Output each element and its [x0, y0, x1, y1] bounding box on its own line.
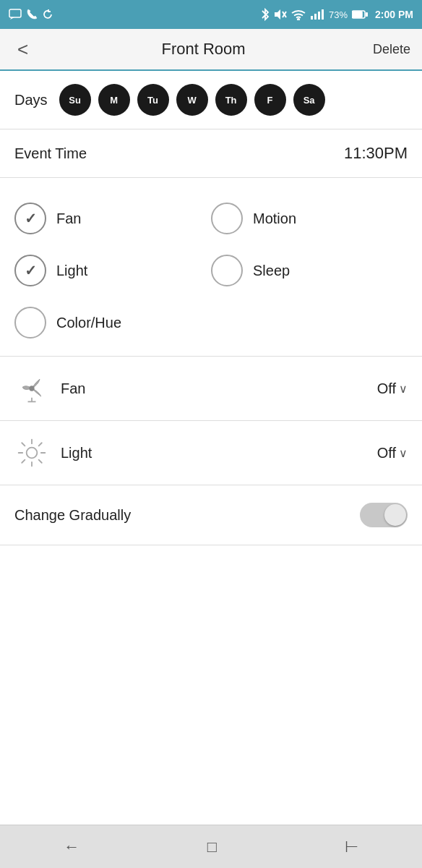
svg-rect-0: [9, 9, 21, 17]
sun-icon: [14, 437, 49, 469]
main-content: Days Su M Tu W Th F Sa Event Time 11:30P…: [0, 71, 422, 825]
checkboxes-section: Fan Motion Light Sleep Color/Hue: [0, 178, 422, 357]
day-tu[interactable]: Tu: [137, 84, 169, 116]
back-button[interactable]: <: [12, 35, 34, 64]
svg-line-23: [22, 460, 25, 463]
time-display: 2:00 PM: [375, 9, 413, 20]
day-m[interactable]: M: [98, 84, 130, 116]
checkbox-motion[interactable]: Motion: [211, 192, 408, 244]
change-gradually-toggle[interactable]: [360, 503, 408, 527]
svg-rect-8: [318, 12, 320, 20]
svg-point-5: [298, 19, 299, 20]
fan-device-name: Fan: [61, 380, 366, 397]
mute-icon: [274, 9, 287, 20]
check-circle-motion: [211, 203, 243, 234]
bottom-nav: ← □ ⊢: [0, 825, 422, 868]
change-gradually-label: Change Gradually: [14, 507, 131, 524]
checkbox-motion-label: Motion: [253, 210, 296, 227]
header: < Front Room Delete: [0, 29, 422, 71]
fan-chevron-icon: ∨: [399, 382, 408, 396]
call-icon: [26, 9, 38, 20]
svg-point-13: [30, 386, 34, 391]
page-title: Front Room: [162, 40, 246, 59]
checkbox-colorhue[interactable]: Color/Hue: [14, 297, 211, 349]
event-time-value[interactable]: 11:30PM: [344, 144, 408, 163]
fan-value-selector[interactable]: Off ∨: [377, 380, 408, 397]
light-chevron-icon: ∨: [399, 446, 408, 460]
checkbox-light-label: Light: [56, 263, 87, 279]
nav-back-button[interactable]: ←: [49, 832, 94, 862]
refresh-icon: [42, 9, 53, 20]
nav-home-button[interactable]: □: [193, 832, 231, 862]
checkbox-light[interactable]: Light: [14, 244, 211, 297]
change-gradually-row: Change Gradually: [0, 485, 422, 545]
device-row-light: Light Off ∨: [0, 421, 422, 485]
event-time-label: Event Time: [14, 145, 87, 162]
bluetooth-icon: [261, 8, 270, 21]
signal-icon: [310, 9, 324, 20]
svg-line-22: [39, 443, 42, 446]
device-row-fan: Fan Off ∨: [0, 357, 422, 421]
svg-line-20: [22, 443, 25, 446]
svg-line-21: [39, 460, 42, 463]
svg-rect-12: [366, 12, 368, 17]
wifi-icon: [291, 9, 306, 20]
status-right-icons: 73% 2:00 PM: [261, 8, 413, 21]
light-value: Off: [377, 445, 396, 461]
day-w[interactable]: W: [176, 84, 208, 116]
checkbox-fan-label: Fan: [56, 210, 81, 227]
check-circle-fan: [14, 203, 46, 234]
svg-point-24: [27, 448, 38, 459]
checkbox-sleep-label: Sleep: [253, 263, 290, 279]
fan-icon: [14, 373, 49, 404]
day-su[interactable]: Su: [59, 84, 91, 116]
check-circle-sleep: [211, 255, 243, 286]
day-sa[interactable]: Sa: [293, 84, 325, 116]
svg-marker-2: [275, 9, 280, 20]
day-f[interactable]: F: [254, 84, 286, 116]
light-value-selector[interactable]: Off ∨: [377, 445, 408, 461]
svg-rect-9: [322, 9, 324, 20]
nav-recent-button[interactable]: ⊢: [330, 832, 373, 862]
status-bar: 73% 2:00 PM: [0, 0, 422, 29]
svg-rect-11: [353, 12, 362, 17]
day-th[interactable]: Th: [215, 84, 247, 116]
fan-value: Off: [377, 380, 396, 397]
event-time-row: Event Time 11:30PM: [0, 129, 422, 178]
chat-icon: [9, 9, 22, 20]
check-circle-colorhue: [14, 307, 46, 339]
light-device-name: Light: [61, 445, 366, 461]
svg-rect-7: [314, 14, 316, 20]
battery-level: 73%: [329, 9, 348, 20]
toggle-knob: [384, 504, 406, 526]
checkbox-grid: Fan Motion Light Sleep Color/Hue: [14, 192, 408, 349]
checkbox-colorhue-label: Color/Hue: [56, 315, 121, 331]
delete-button[interactable]: Delete: [373, 42, 410, 57]
checkbox-fan[interactable]: Fan: [14, 192, 211, 244]
svg-rect-6: [311, 16, 313, 20]
check-circle-light: [14, 255, 46, 286]
days-row: Days Su M Tu W Th F Sa: [0, 71, 422, 129]
checkbox-sleep[interactable]: Sleep: [211, 244, 408, 297]
days-label: Days: [14, 92, 48, 109]
status-left-icons: [9, 9, 53, 20]
battery-icon: [352, 9, 368, 20]
